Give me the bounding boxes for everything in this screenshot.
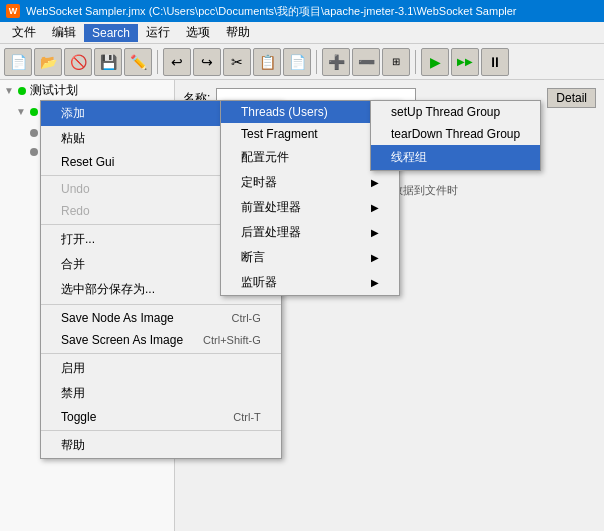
add-button[interactable]: ➕ — [322, 48, 350, 76]
ctx-save-screen-image[interactable]: Save Screen As Image Ctrl+Shift-G — [41, 329, 281, 351]
ctx-enable[interactable]: 启用 — [41, 356, 281, 381]
ctx-save-node-shortcut: Ctrl-G — [232, 312, 261, 324]
submenu-add-assert-arrow: ▶ — [371, 252, 379, 263]
stop-button[interactable]: 🚫 — [64, 48, 92, 76]
submenu-threads-threadgroup[interactable]: 线程组 — [371, 145, 540, 170]
menu-search[interactable]: Search — [84, 24, 138, 42]
submenu-add-pre-arrow: ▶ — [371, 202, 379, 213]
ctx-sep4 — [41, 353, 281, 354]
submenu-add-post-arrow: ▶ — [371, 227, 379, 238]
remove-button[interactable]: ➖ — [352, 48, 380, 76]
submenu-add-assert[interactable]: 断言 ▶ — [221, 245, 399, 270]
submenu-add-listener[interactable]: 监听器 ▶ — [221, 270, 399, 295]
ctx-help[interactable]: 帮助 — [41, 433, 281, 458]
main-area: ▼ 测试计划 ▼ 线程组 WS取样器 T Detail 名称: 行每个线程组（例… — [0, 80, 604, 531]
cut-button[interactable]: ✂ — [223, 48, 251, 76]
submenu-add-listener-arrow: ▶ — [371, 277, 379, 288]
edit-button[interactable]: ✏️ — [124, 48, 152, 76]
ctx-toggle-shortcut: Ctrl-T — [233, 411, 261, 423]
pause-button[interactable]: ⏸ — [481, 48, 509, 76]
submenu-threads-teardown[interactable]: tearDown Thread Group — [371, 123, 540, 145]
ctx-sep3 — [41, 304, 281, 305]
title-text: WebSocket Sampler.jmx (C:\Users\pcc\Docu… — [26, 4, 516, 19]
ctx-save-node-image[interactable]: Save Node As Image Ctrl-G — [41, 307, 281, 329]
expand-button[interactable]: ⊞ — [382, 48, 410, 76]
submenu-add-timer[interactable]: 定时器 ▶ — [221, 170, 399, 195]
ctx-sep5 — [41, 430, 281, 431]
paste-button[interactable]: 📄 — [283, 48, 311, 76]
ctx-toggle[interactable]: Toggle Ctrl-T — [41, 406, 281, 428]
sep1 — [157, 50, 158, 74]
run-button[interactable]: ▶ — [421, 48, 449, 76]
run-all-button[interactable]: ▶▶ — [451, 48, 479, 76]
title-bar: W WebSocket Sampler.jmx (C:\Users\pcc\Do… — [0, 0, 604, 22]
toolbar: 📄 📂 🚫 💾 ✏️ ↩ ↪ ✂ 📋 📄 ➕ ➖ ⊞ ▶ ▶▶ ⏸ — [0, 44, 604, 80]
ctx-disable[interactable]: 禁用 — [41, 381, 281, 406]
sep2 — [316, 50, 317, 74]
undo-button[interactable]: ↩ — [163, 48, 191, 76]
context-menu-overlay: 添加 ▶ 粘贴 Ctrl-V Reset Gui Undo Redo 打开... — [0, 80, 604, 531]
menu-help[interactable]: 帮助 — [218, 22, 258, 43]
submenu-threads: setUp Thread Group tearDown Thread Group… — [370, 100, 541, 171]
save-button[interactable]: 💾 — [94, 48, 122, 76]
submenu-add-post[interactable]: 后置处理器 ▶ — [221, 220, 399, 245]
submenu-add-pre[interactable]: 前置处理器 ▶ — [221, 195, 399, 220]
new-button[interactable]: 📄 — [4, 48, 32, 76]
sep3 — [415, 50, 416, 74]
ctx-save-screen-shortcut: Ctrl+Shift-G — [203, 334, 261, 346]
menu-bar: 文件 编辑 Search 运行 选项 帮助 — [0, 22, 604, 44]
menu-file[interactable]: 文件 — [4, 22, 44, 43]
open-button[interactable]: 📂 — [34, 48, 62, 76]
app-icon: W — [6, 4, 20, 18]
menu-edit[interactable]: 编辑 — [44, 22, 84, 43]
copy-button[interactable]: 📋 — [253, 48, 281, 76]
redo-button[interactable]: ↪ — [193, 48, 221, 76]
menu-options[interactable]: 选项 — [178, 22, 218, 43]
menu-run[interactable]: 运行 — [138, 22, 178, 43]
submenu-threads-setup[interactable]: setUp Thread Group — [371, 101, 540, 123]
submenu-add-timer-arrow: ▶ — [371, 177, 379, 188]
